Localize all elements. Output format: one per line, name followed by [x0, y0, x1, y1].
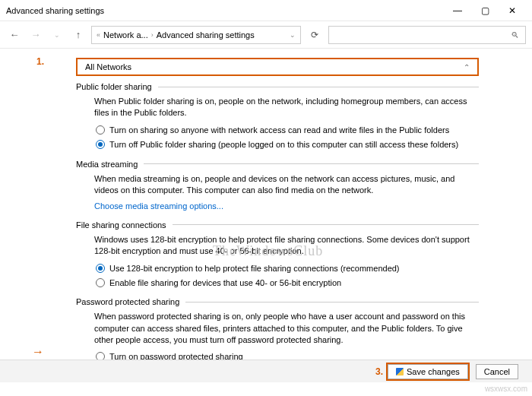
section-password-protected-sharing: Password protected sharing When password… [76, 297, 479, 368]
section-media-streaming: Media streaming When media streaming is … [76, 160, 479, 213]
divider [185, 302, 479, 303]
profile-title: All Networks [85, 62, 131, 71]
section-title: File sharing connections [76, 220, 166, 230]
profile-header-all-networks[interactable]: All Networks ⌃ [76, 58, 479, 76]
button-label: Save changes [407, 367, 460, 376]
breadcrumb-seg1[interactable]: Network a... [103, 30, 148, 40]
button-label: Cancel [484, 367, 510, 376]
source-watermark: wsxwsx.com [485, 385, 527, 393]
address-bar[interactable]: « Network a... › Advanced sharing settin… [91, 26, 301, 44]
radio-icon [96, 264, 105, 273]
titlebar: Advanced sharing settings — ▢ ✕ [0, 0, 532, 21]
divider [173, 224, 479, 225]
radio-label: Turn on sharing so anyone with network a… [109, 125, 449, 136]
radio-icon [96, 125, 105, 135]
chevron-down-icon[interactable]: ⌄ [290, 31, 296, 39]
radio-label: Enable file sharing for devices that use… [109, 277, 341, 289]
section-title: Public folder sharing [76, 82, 152, 91]
chevron-left-icon: « [97, 31, 100, 39]
refresh-button[interactable]: ⟳ [306, 30, 324, 40]
radio-pfs-off[interactable]: Turn off Public folder sharing (people l… [94, 138, 479, 151]
radio-enc-128[interactable]: Use 128-bit encryption to help protect f… [94, 262, 479, 275]
chevron-right-icon: › [151, 31, 154, 39]
content: 1. → All Networks ⌃ Public folder sharin… [0, 49, 532, 368]
divider [158, 87, 479, 87]
window-title: Advanced sharing settings [6, 6, 444, 15]
section-desc: When Public folder sharing is on, people… [94, 96, 479, 119]
section-desc: Windows uses 128-bit encryption to help … [94, 234, 479, 258]
radio-icon [96, 140, 105, 149]
minimize-button[interactable]: — [444, 2, 471, 20]
radio-pfs-on[interactable]: Turn on sharing so anyone with network a… [94, 124, 479, 137]
close-button[interactable]: ✕ [499, 2, 526, 20]
search-icon: 🔍︎ [511, 30, 519, 40]
section-title: Media streaming [76, 160, 138, 169]
radio-enc-4056[interactable]: Enable file sharing for devices that use… [94, 277, 479, 290]
section-desc: When media streaming is on, people and d… [94, 173, 479, 197]
footer: 3. Save changes Cancel [0, 360, 532, 382]
recent-dropdown[interactable]: ⌄ [49, 27, 65, 43]
radio-label: Turn off Public folder sharing (people l… [109, 139, 458, 150]
save-changes-button[interactable]: Save changes [388, 364, 468, 379]
callout-arrow: → [32, 345, 44, 359]
up-button[interactable]: ↑ [70, 27, 87, 43]
radio-icon [96, 278, 105, 287]
search-box[interactable]: 🔍︎ [328, 26, 526, 44]
callout-1: 1. [36, 56, 44, 67]
section-file-sharing-connections: File sharing connections Windows uses 12… [76, 220, 479, 290]
section-desc: When password protected sharing is on, o… [94, 311, 479, 346]
divider [144, 163, 479, 164]
back-button[interactable]: ← [6, 27, 23, 43]
window-controls: — ▢ ✕ [444, 2, 526, 20]
cancel-button[interactable]: Cancel [476, 364, 518, 379]
shield-icon [396, 368, 404, 375]
media-streaming-link[interactable]: Choose media streaming options... [94, 201, 479, 212]
forward-button[interactable]: → [27, 27, 44, 43]
section-title: Password protected sharing [76, 297, 179, 306]
maximize-button[interactable]: ▢ [471, 2, 499, 20]
collapse-icon: ⌃ [464, 63, 470, 71]
radio-label: Use 128-bit encryption to help protect f… [109, 263, 400, 274]
callout-3: 3. [375, 366, 383, 377]
navbar: ← → ⌄ ↑ « Network a... › Advanced sharin… [0, 21, 532, 49]
breadcrumb-seg2[interactable]: Advanced sharing settings [157, 30, 255, 40]
section-public-folder-sharing: Public folder sharing When Public folder… [76, 82, 479, 152]
